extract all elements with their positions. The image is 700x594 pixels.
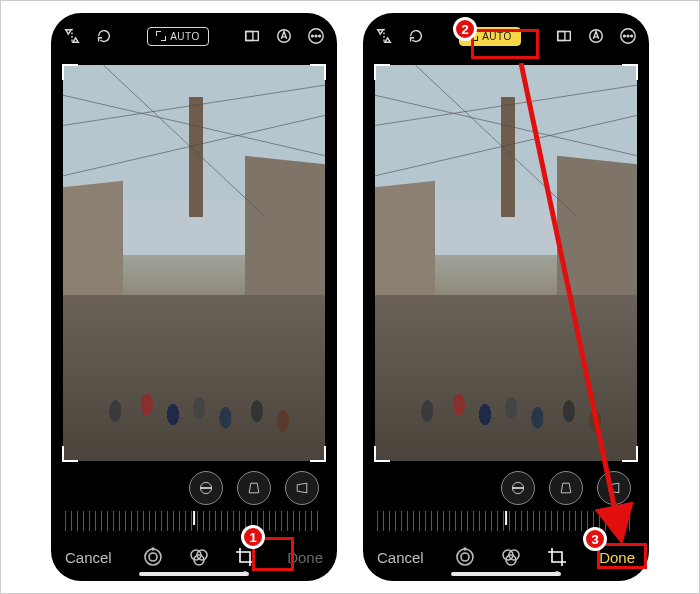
cancel-button[interactable]: Cancel (377, 549, 424, 566)
markup-icon[interactable] (587, 27, 605, 45)
crop-frame[interactable] (63, 65, 325, 461)
photo-preview (375, 65, 637, 461)
auto-crop-button[interactable]: AUTO (459, 27, 521, 46)
editor-top-toolbar: AUTO (363, 13, 649, 59)
adjust-mode-icon[interactable] (142, 546, 164, 568)
crop-handle-tl[interactable] (374, 64, 390, 80)
auto-crop-label: AUTO (170, 31, 200, 42)
perspective-tools-row (51, 465, 337, 507)
straighten-tool[interactable] (501, 471, 535, 505)
editor-top-toolbar: AUTO (51, 13, 337, 59)
home-indicator (139, 572, 249, 576)
more-icon[interactable] (619, 27, 637, 45)
svg-line-10 (103, 65, 264, 216)
svg-point-6 (319, 35, 321, 37)
crop-handle-bl[interactable] (374, 446, 390, 462)
crop-handle-tl[interactable] (62, 64, 78, 80)
crop-handle-br[interactable] (310, 446, 326, 462)
svg-point-15 (152, 548, 154, 550)
markup-icon[interactable] (275, 27, 293, 45)
vertical-perspective-tool[interactable] (549, 471, 583, 505)
svg-point-32 (457, 549, 473, 565)
crop-handle-tr[interactable] (622, 64, 638, 80)
aspect-ratio-icon[interactable] (243, 27, 261, 45)
phone-screen-left: AUTO (51, 13, 337, 581)
rotate-icon[interactable] (95, 27, 113, 45)
edit-mode-switcher (142, 546, 256, 568)
ruler-center-indicator (193, 511, 195, 525)
aspect-ratio-icon[interactable] (555, 27, 573, 45)
svg-point-14 (149, 553, 157, 561)
cancel-button[interactable]: Cancel (65, 549, 112, 566)
perspective-tools-row (363, 465, 649, 507)
ruler-center-indicator (505, 511, 507, 525)
auto-crop-label: AUTO (482, 31, 512, 42)
phone-screen-right: AUTO (363, 13, 649, 581)
crop-frame[interactable] (375, 65, 637, 461)
svg-point-5 (315, 35, 317, 37)
crop-handle-br[interactable] (622, 446, 638, 462)
auto-crop-frame-icon (468, 31, 478, 41)
svg-point-23 (623, 35, 625, 37)
svg-point-34 (464, 548, 466, 550)
flip-vertical-icon[interactable] (375, 27, 393, 45)
crop-mode-icon[interactable] (546, 546, 568, 568)
tutorial-canvas: AUTO (0, 0, 700, 594)
svg-rect-0 (246, 32, 259, 41)
svg-point-25 (631, 35, 633, 37)
adjust-mode-icon[interactable] (454, 546, 476, 568)
more-icon[interactable] (307, 27, 325, 45)
svg-rect-19 (558, 32, 571, 41)
done-button[interactable]: Done (599, 549, 635, 566)
auto-crop-button[interactable]: AUTO (147, 27, 209, 46)
filters-mode-icon[interactable] (500, 546, 522, 568)
svg-point-13 (145, 549, 161, 565)
flip-vertical-icon[interactable] (63, 27, 81, 45)
svg-point-4 (311, 35, 313, 37)
crop-mode-icon[interactable] (234, 546, 256, 568)
angle-ruler[interactable] (377, 511, 635, 531)
horizontal-perspective-tool[interactable] (597, 471, 631, 505)
straighten-tool[interactable] (189, 471, 223, 505)
horizontal-perspective-tool[interactable] (285, 471, 319, 505)
svg-point-33 (461, 553, 469, 561)
home-indicator (451, 572, 561, 576)
svg-rect-20 (558, 32, 565, 41)
done-button[interactable]: Done (287, 549, 323, 566)
angle-ruler[interactable] (65, 511, 323, 531)
rotate-icon[interactable] (407, 27, 425, 45)
vertical-perspective-tool[interactable] (237, 471, 271, 505)
svg-rect-1 (246, 32, 253, 41)
filters-mode-icon[interactable] (188, 546, 210, 568)
svg-line-29 (415, 65, 576, 216)
photo-preview (63, 65, 325, 461)
crop-handle-bl[interactable] (62, 446, 78, 462)
svg-point-24 (627, 35, 629, 37)
auto-crop-frame-icon (156, 31, 166, 41)
edit-mode-switcher (454, 546, 568, 568)
crop-handle-tr[interactable] (310, 64, 326, 80)
